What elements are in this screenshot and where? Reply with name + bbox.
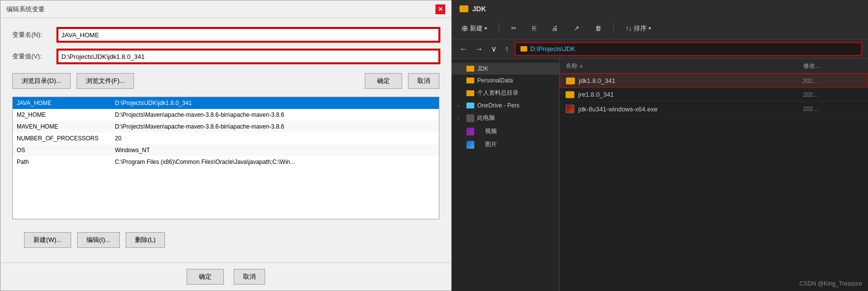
env-name-cell: JAVA_HOME [13,97,111,109]
tree-arrow: › [458,115,463,121]
print-toolbar-button[interactable]: 🖨 [548,23,562,34]
sort-arrow-icon: ∧ [579,63,583,69]
edit-button[interactable]: 编辑(I)... [77,232,120,248]
forward-button[interactable]: → [473,43,485,55]
dialog-titlebar: 编辑系统变量 ✕ [0,0,451,18]
table-row[interactable]: JAVA_HOMED:\Projects\JDK\jdk1.8.0_341 [13,97,439,109]
folder-icon [466,78,474,83]
sort-toolbar-button[interactable]: ↑↓ 排序 ▾ [622,22,655,35]
env-name-cell: M2_HOME [13,109,111,121]
env-name-cell: MAVEN_HOME [13,121,111,132]
sidebar-item-personaldata[interactable]: PersonalData [452,75,559,86]
copy-toolbar-button[interactable]: ⎘ [528,23,540,34]
file-name-col: jdk1.8.0_341 [566,77,803,84]
var-name-input[interactable] [57,28,439,42]
explorer-title: JDK [472,5,486,13]
file-list: 名称 ∧ 修改... jdk1.8.0_341202...jre1.8.0_34… [560,59,868,291]
list-item[interactable]: jdk1.8.0_341202... [560,74,868,88]
video-icon [466,128,474,135]
address-folder-icon [520,46,527,52]
toolbar-divider-1 [499,23,499,34]
back-button[interactable]: ← [458,43,469,55]
new-chevron-icon: ▾ [485,26,487,31]
tree-item-label: PersonalData [477,77,513,84]
new-label: 新建 [470,24,483,33]
address-text: D:\Projects\JDK [530,45,575,53]
table-row[interactable]: M2_HOMED:\Projects\Maven\apache-maven-3.… [13,109,439,121]
file-list-body: jdk1.8.0_341202...jre1.8.0_341202...jdk-… [560,74,868,117]
sidebar-item--------[interactable]: 个人资料总目录 [452,86,559,100]
var-value-label: 变量值(V): [12,52,52,61]
sidebar-item----[interactable]: ›此电脑 [452,111,559,125]
table-row[interactable]: MAVEN_HOMED:\Projects\Maven\apache-maven… [13,121,439,132]
image-icon [466,141,474,149]
column-name-header[interactable]: 名称 ∧ [566,62,803,70]
sidebar-item---[interactable]: 图片 [452,138,559,151]
ok-button-top[interactable]: 确定 [365,73,402,89]
env-name-cell: OS [13,144,111,156]
tree-item-label: JDK [477,65,488,72]
tree-item-label: 视频 [485,127,497,135]
copy-icon: ⎘ [532,25,536,32]
browse-file-button[interactable]: 浏览文件(F)... [77,73,134,89]
tree-item-label: 图片 [485,140,497,149]
ok-button-bottom[interactable]: 确定 [187,269,224,285]
new-button[interactable]: 新建(W)... [24,232,71,248]
folder-icon [466,66,474,72]
cloud-icon [466,103,474,108]
env-value-cell: D:\Projects\Maven\apache-maven-3.8.6-bin… [111,109,439,121]
env-name-cell: NUMBER_OF_PROCESSORS [13,132,111,144]
explorer-content: JDKPersonalData个人资料总目录›OneDrive - Pers›此… [452,59,868,291]
sidebar-item---[interactable]: 视频 [452,125,559,138]
print-icon: 🖨 [552,25,558,32]
table-row[interactable]: NUMBER_OF_PROCESSORS20 [13,132,439,144]
up-button[interactable]: ↑ [503,43,511,55]
cancel-button-top[interactable]: 取消 [408,73,439,89]
tree-arrow: › [458,103,463,108]
sidebar-tree: JDKPersonalData个人资料总目录›OneDrive - Pers›此… [452,59,560,291]
var-name-label: 变量名(N): [12,30,52,39]
delete-icon: 🗑 [595,25,601,32]
sidebar-item-jdk[interactable]: JDK [452,63,559,75]
env-value-cell: Windows_NT [111,144,439,156]
sort-chevron-icon: ▾ [649,26,651,31]
env-name-cell: Path [13,156,111,168]
cancel-button-bottom[interactable]: 取消 [234,269,265,285]
delete-button[interactable]: 删除(L) [126,232,165,248]
file-name-label: jdk1.8.0_341 [579,77,615,84]
env-value-cell: D:\Projects\Maven\apache-maven-3.8.6-bin… [111,121,439,132]
folder-icon [566,78,575,84]
env-var-table: JAVA_HOMED:\Projects\JDK\jdk1.8.0_341M2_… [12,97,439,219]
list-item[interactable]: jdk-8u341-windows-x64.exe202... [560,102,868,117]
sort-label: 排序 [634,24,647,33]
browse-dir-button[interactable]: 浏览目录(D)... [12,73,71,89]
address-bar: ← → ∨ ↑ D:\Projects\JDK [452,39,868,59]
table-row[interactable]: OSWindows_NT [13,144,439,156]
file-list-header: 名称 ∧ 修改... [560,59,868,74]
env-value-cell: 20 [111,132,439,144]
folder-icon [566,91,574,98]
new-toolbar-button[interactable]: ⊕ 新建 ▾ [458,22,491,35]
cut-toolbar-button[interactable]: ✂ [507,23,520,34]
edit-system-variable-dialog: 编辑系统变量 ✕ 变量名(N): 变量值(V): 浏览目录(D)... 浏览文件… [0,0,452,291]
sort-icon: ↑↓ [625,25,632,32]
env-value-cell: C:\Program Files (x86)\Common Files\Orac… [111,156,439,168]
table-row[interactable]: PathC:\Program Files (x86)\Common Files\… [13,156,439,168]
tree-item-label: 个人资料总目录 [477,89,518,97]
bottom-buttons-row: 新建(W)... 编辑(I)... 删除(L) [12,227,439,253]
new-icon: ⊕ [461,24,468,33]
delete-toolbar-button[interactable]: 🗑 [591,23,605,34]
address-input[interactable]: D:\Projects\JDK [515,42,862,56]
sidebar-item-onedrive---pers[interactable]: ›OneDrive - Pers [452,100,559,111]
share-toolbar-button[interactable]: ↗ [570,23,583,34]
var-value-input[interactable] [57,50,439,63]
close-button[interactable]: ✕ [435,4,445,14]
var-value-row: 变量值(V): [12,50,439,63]
pc-icon [466,114,474,122]
column-modified-header[interactable]: 修改... [803,62,862,70]
folder-icon [466,90,474,96]
bottom-ok-row: 确定 取消 [0,263,451,291]
dropdown-button[interactable]: ∨ [489,42,499,55]
list-item[interactable]: jre1.8.0_341202... [560,88,868,102]
file-modified-col: 202... [803,91,862,98]
